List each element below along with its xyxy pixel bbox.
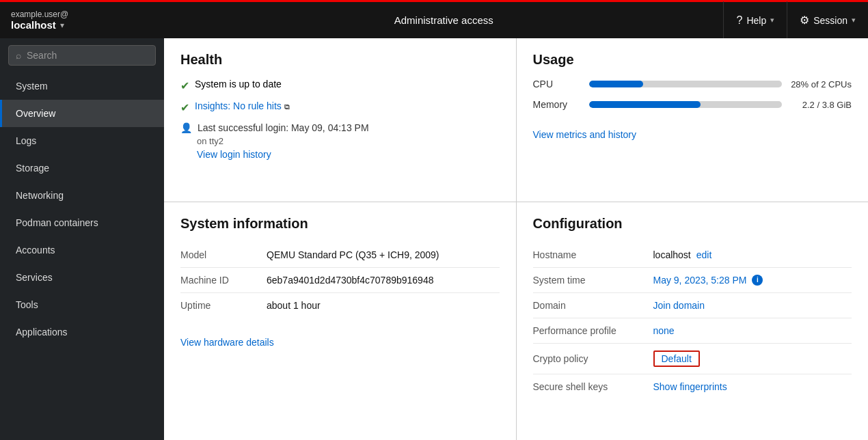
health-status-item: ✔ System is up to date [180,79,500,92]
secure-shell-link[interactable]: Show fingerprints [653,381,727,392]
help-chevron-icon: ▾ [770,16,774,25]
sidebar-item-networking[interactable]: Networking [0,182,164,209]
insights-check-icon: ✔ [180,101,189,114]
cpu-usage-row: CPU 28% of 2 CPUs [533,79,852,90]
header-right: ? Help ▾ ⚙ Session ▾ [723,1,868,40]
main-layout: ⌕ System Overview Logs Storage Networkin… [0,38,868,440]
secure-shell-row: Secure shell keys Show fingerprints [533,374,852,399]
system-time-info-icon[interactable]: i [752,275,763,286]
crypto-policy-value: Default [653,350,700,367]
health-title: Health [180,52,500,68]
health-insights-item: ✔ Insights: No rule hits ⧉ [180,100,500,114]
secure-shell-value: Show fingerprints [653,381,727,392]
system-time-key: System time [533,275,642,286]
brand[interactable]: example.user@ localhost ▾ [0,10,164,31]
sidebar-item-services[interactable]: Services [0,264,164,291]
gear-icon: ⚙ [800,14,809,27]
domain-value: Join domain [653,300,705,311]
admin-access-label: Administrative access [394,14,493,26]
memory-label: Memory [533,99,581,110]
crypto-policy-key: Crypto policy [533,353,642,364]
machine-id-value: 6eb7a9401d2d4730bf4c70789b916948 [267,275,433,286]
usage-panel: Usage CPU 28% of 2 CPUs Memory 2.2 / 3.8… [517,38,869,202]
session-chevron-icon: ▾ [852,16,856,25]
view-metrics-link[interactable]: View metrics and history [533,129,636,140]
hostname-edit-link[interactable]: edit [696,249,712,260]
machine-id-row: Machine ID 6eb7a9401d2d4730bf4c70789b916… [180,268,500,293]
view-hardware-link[interactable]: View hardware details [180,337,274,348]
help-label: Help [746,15,766,26]
uptime-value: about 1 hour [267,300,321,311]
top-header: example.user@ localhost ▾ Administrative… [0,0,868,38]
domain-link[interactable]: Join domain [653,300,705,311]
sidebar-item-overview[interactable]: Overview [0,100,164,127]
check-icon: ✔ [180,79,189,92]
configuration-title: Configuration [533,216,852,232]
sidebar-item-system[interactable]: System [0,72,164,100]
secure-shell-key: Secure shell keys [533,381,642,392]
model-row: Model QEMU Standard PC (Q35 + ICH9, 2009… [180,243,500,268]
domain-key: Domain [533,300,642,311]
login-info-row: 👤 Last successful login: May 09, 04:13 P… [180,122,500,133]
performance-profile-key: Performance profile [533,325,642,336]
cpu-progress-bg [589,81,783,87]
sidebar-item-storage[interactable]: Storage [0,154,164,182]
domain-row: Domain Join domain [533,293,852,318]
search-input[interactable] [27,50,148,61]
search-box[interactable]: ⌕ [8,45,156,66]
content-area: Health ✔ System is up to date ✔ Insights… [164,38,868,440]
sidebar-item-tools[interactable]: Tools [0,291,164,318]
health-status: System is up to date [195,79,282,90]
login-label: Last successful login: May 09, 04:13 PM [198,122,369,133]
hostname-value: localhost edit [653,249,712,260]
search-icon: ⌕ [16,50,21,61]
model-key: Model [180,249,256,260]
system-info-footer: View hardware details [180,329,500,348]
sidebar-item-applications[interactable]: Applications [0,318,164,346]
external-link-icon: ⧉ [284,102,290,111]
login-tty: on tty2 [197,136,500,146]
memory-value: 2.2 / 3.8 GiB [790,100,852,110]
performance-profile-link[interactable]: none [653,325,675,336]
session-button[interactable]: ⚙ Session ▾ [787,1,868,40]
insights-link[interactable]: Insights: No rule hits [195,100,282,111]
system-info-table: Model QEMU Standard PC (Q35 + ICH9, 2009… [180,243,500,318]
cpu-value: 28% of 2 CPUs [790,79,852,90]
health-panel: Health ✔ System is up to date ✔ Insights… [164,38,516,202]
sidebar-item-accounts[interactable]: Accounts [0,236,164,264]
person-icon: 👤 [180,122,192,133]
brand-hostname: localhost [11,19,56,31]
sidebar-item-podman[interactable]: Podman containers [0,209,164,236]
sidebar: ⌕ System Overview Logs Storage Networkin… [0,38,164,440]
uptime-key: Uptime [180,300,256,311]
uptime-row: Uptime about 1 hour [180,293,500,318]
session-label: Session [813,15,847,26]
usage-title: Usage [533,52,852,68]
memory-progress-fill [589,101,701,108]
header-center: Administrative access [164,14,723,26]
help-icon: ? [736,14,742,27]
hostname-row: Hostname localhost edit [533,243,852,268]
crypto-policy-link[interactable]: Default [653,350,700,367]
cpu-label: CPU [533,79,581,90]
configuration-panel: Configuration Hostname localhost edit Sy… [517,202,869,441]
crypto-policy-row: Crypto policy Default [533,344,852,374]
system-time-value: May 9, 2023, 5:28 PM i [653,275,763,286]
usage-footer: View metrics and history [533,121,852,140]
system-info-title: System information [180,216,500,232]
login-info: 👤 Last successful login: May 09, 04:13 P… [180,122,500,160]
cpu-progress-fill [589,81,643,87]
system-info-panel: System information Model QEMU Standard P… [164,202,516,441]
brand-chevron-icon: ▾ [60,20,64,30]
view-login-history-link[interactable]: View login history [197,149,271,160]
machine-id-key: Machine ID [180,275,256,286]
system-time-link[interactable]: May 9, 2023, 5:28 PM [653,275,747,286]
memory-usage-row: Memory 2.2 / 3.8 GiB [533,99,852,110]
hostname-text: localhost [653,249,691,260]
performance-profile-value: none [653,325,675,336]
model-value: QEMU Standard PC (Q35 + ICH9, 2009) [267,249,439,260]
help-button[interactable]: ? Help ▾ [723,1,787,40]
memory-progress-bg [589,101,783,108]
hostname-key: Hostname [533,249,642,260]
sidebar-item-logs[interactable]: Logs [0,127,164,154]
